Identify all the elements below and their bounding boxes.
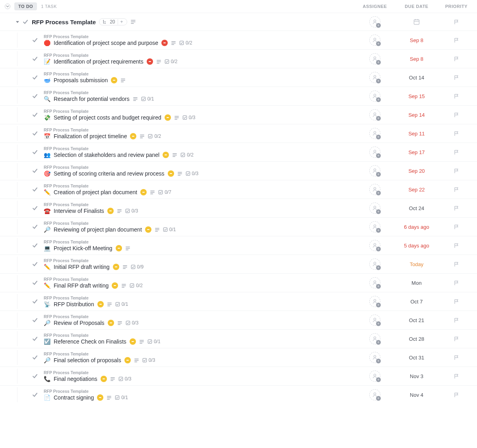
complete-check[interactable] [32, 186, 38, 193]
assignee-add[interactable]: + [369, 165, 380, 176]
status-chip[interactable]: TO DO [14, 2, 37, 10]
task-row[interactable]: RFP Process Template 📄 Contract signing … [0, 385, 477, 404]
task-breadcrumb[interactable]: RFP Process Template [44, 221, 357, 226]
status-dot[interactable] [97, 394, 103, 401]
assignee-add[interactable]: + [369, 221, 380, 232]
status-dot[interactable] [107, 208, 114, 214]
task-row[interactable]: RFP Process Template ☎️ Interview of Fin… [0, 199, 477, 217]
description-icon[interactable] [107, 302, 112, 307]
assignee-add[interactable]: + [369, 35, 380, 46]
subtask-progress[interactable]: 0/2 [179, 40, 192, 46]
task-title[interactable]: Selection of stakeholders and review pan… [54, 152, 159, 158]
due-date[interactable]: Oct 31 [409, 355, 424, 361]
assignee-add[interactable]: + [369, 16, 380, 27]
status-dot[interactable] [145, 226, 151, 233]
task-breadcrumb[interactable]: RFP Process Template [44, 351, 357, 356]
due-date[interactable]: Sep 20 [408, 168, 425, 174]
task-breadcrumb[interactable]: RFP Process Template [44, 127, 357, 132]
task-row[interactable]: RFP Process Template 🥣 Proposals submiss… [0, 68, 477, 87]
assignee-add[interactable]: + [369, 352, 380, 363]
subtask-progress[interactable]: 0/3 [118, 376, 132, 382]
due-date[interactable]: Oct 7 [410, 299, 423, 305]
task-row[interactable]: RFP Process Template ✏️ Creation of proj… [0, 180, 477, 199]
due-date[interactable]: Nov 3 [410, 373, 423, 379]
due-date[interactable]: 6 days ago [404, 224, 429, 230]
subtask-progress[interactable]: 0/3 [186, 171, 199, 176]
assignee-add[interactable]: + [369, 333, 380, 344]
status-dot[interactable] [111, 77, 117, 83]
subtask-progress[interactable]: 0/3 [126, 320, 139, 326]
assignee-add[interactable]: + [369, 371, 380, 382]
complete-check[interactable] [32, 149, 38, 155]
priority-flag[interactable] [440, 19, 472, 25]
priority-flag[interactable] [440, 149, 472, 155]
priority-flag[interactable] [440, 336, 472, 342]
assignee-add[interactable]: + [369, 240, 380, 251]
status-dot[interactable] [101, 376, 107, 382]
task-row[interactable]: RFP Process Template 📡 RFP Distribution … [0, 292, 477, 311]
subtask-progress[interactable]: 0/3 [142, 357, 155, 363]
priority-flag[interactable] [440, 37, 472, 43]
complete-check[interactable] [32, 242, 38, 249]
complete-check[interactable] [32, 224, 38, 230]
task-title[interactable]: Research for potential vendors [54, 96, 130, 102]
subtask-progress[interactable]: 0/1 [163, 227, 176, 232]
task-breadcrumb[interactable]: RFP Process Template [44, 277, 357, 282]
complete-check[interactable] [32, 112, 38, 118]
task-row[interactable]: RFP Process Template 🛑 Identification of… [0, 31, 477, 49]
subtask-progress[interactable]: 0/1 [115, 301, 128, 307]
due-date[interactable]: Sep 14 [408, 112, 425, 118]
task-title[interactable]: Setting of project costs and budget requ… [54, 114, 161, 121]
status-dot[interactable] [140, 189, 147, 195]
priority-flag[interactable] [440, 299, 472, 304]
due-date[interactable]: Sep 11 [408, 131, 425, 137]
priority-flag[interactable] [440, 243, 472, 248]
task-breadcrumb[interactable]: RFP Process Template [44, 53, 357, 58]
complete-check[interactable] [32, 280, 38, 286]
subtask-progress[interactable]: 0/1 [147, 339, 161, 344]
due-date[interactable]: 5 days ago [404, 243, 429, 249]
complete-check[interactable] [32, 168, 38, 174]
priority-flag[interactable] [440, 392, 472, 398]
task-breadcrumb[interactable]: RFP Process Template [44, 71, 357, 76]
description-icon[interactable] [150, 190, 155, 195]
assignee-add[interactable]: + [369, 296, 380, 307]
complete-check[interactable] [32, 93, 38, 99]
due-date-empty[interactable] [393, 18, 440, 25]
task-breadcrumb[interactable]: RFP Process Template [44, 239, 357, 244]
description-icon[interactable] [125, 246, 130, 251]
status-dot[interactable] [163, 152, 169, 158]
complete-check[interactable] [32, 298, 38, 305]
subtask-progress[interactable]: 0/2 [148, 133, 161, 139]
task-row[interactable]: RFP Process Template ✏️ Final RFP draft … [0, 273, 477, 292]
complete-check[interactable] [32, 205, 38, 211]
subtask-progress[interactable]: 0/2 [180, 152, 194, 158]
status-dot[interactable] [97, 301, 104, 307]
priority-flag[interactable] [440, 131, 472, 136]
parent-task-row[interactable]: RFP Process Template 20 + + [0, 13, 477, 31]
task-title[interactable]: Identification of project requirements [54, 58, 143, 65]
task-title[interactable]: Final RFP draft writing [54, 282, 109, 289]
status-dot[interactable] [147, 58, 153, 65]
priority-flag[interactable] [440, 317, 472, 323]
assignee-add[interactable]: + [369, 72, 380, 83]
task-breadcrumb[interactable]: RFP Process Template [44, 333, 357, 338]
task-row[interactable]: RFP Process Template ☑️ Reference Check … [0, 329, 477, 348]
assignee-add[interactable]: + [369, 315, 380, 326]
task-row[interactable]: RFP Process Template 🎯 Setting of scorin… [0, 161, 477, 180]
assignee-add[interactable]: + [369, 277, 380, 288]
task-breadcrumb[interactable]: RFP Process Template [44, 146, 357, 151]
task-row[interactable]: RFP Process Template 📞 Final negotiation… [0, 367, 477, 385]
description-icon[interactable] [171, 41, 176, 46]
subtask-count-pill[interactable]: 20 + [99, 18, 127, 25]
task-breadcrumb[interactable]: RFP Process Template [44, 389, 357, 394]
complete-check[interactable] [32, 392, 38, 398]
description-icon[interactable] [117, 321, 122, 326]
task-row[interactable]: RFP Process Template 📝 Identification of… [0, 49, 477, 68]
due-date[interactable]: Oct 14 [409, 75, 424, 81]
status-dot[interactable] [161, 40, 168, 46]
task-row[interactable]: RFP Process Template 🔎 Review of Proposa… [0, 311, 477, 329]
task-title[interactable]: Interview of Finalists [54, 208, 104, 214]
complete-check[interactable] [32, 74, 38, 81]
description-icon[interactable] [174, 115, 179, 120]
